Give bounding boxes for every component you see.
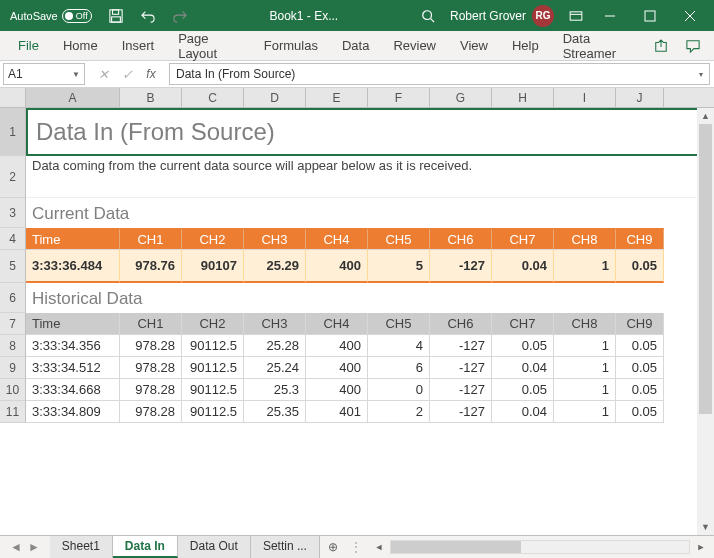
sheet-tab[interactable]: Data Out (178, 536, 251, 558)
section-label[interactable]: Current Data (26, 198, 711, 228)
scroll-down-icon[interactable]: ▼ (697, 519, 714, 535)
current-data-cell[interactable]: -127 (430, 250, 492, 283)
tab-file[interactable]: File (6, 32, 51, 59)
sheet-tab[interactable]: Settin ... (251, 536, 320, 558)
table-header[interactable]: CH7 (492, 313, 554, 335)
historical-data-cell[interactable]: 3:33:34.668 (26, 379, 120, 401)
historical-data-cell[interactable]: 0.05 (616, 335, 664, 357)
col-header[interactable]: D (244, 88, 306, 107)
section-label[interactable]: Historical Data (26, 283, 711, 313)
col-header[interactable]: C (182, 88, 244, 107)
historical-data-cell[interactable]: 3:33:34.809 (26, 401, 120, 423)
table-header[interactable]: CH1 (120, 228, 182, 250)
historical-data-cell[interactable]: 1 (554, 335, 616, 357)
historical-data-cell[interactable]: 25.24 (244, 357, 306, 379)
undo-icon[interactable] (134, 2, 162, 30)
table-header[interactable]: CH7 (492, 228, 554, 250)
historical-data-cell[interactable]: 0.05 (616, 357, 664, 379)
save-icon[interactable] (102, 2, 130, 30)
historical-data-cell[interactable]: 25.28 (244, 335, 306, 357)
table-header[interactable]: CH3 (244, 313, 306, 335)
tab-datastreamer[interactable]: Data Streamer (551, 25, 646, 67)
title-cell[interactable]: Data In (From Source) (26, 108, 711, 156)
row-header[interactable]: 5 (0, 250, 26, 283)
historical-data-cell[interactable]: 400 (306, 379, 368, 401)
select-all-corner[interactable] (0, 88, 26, 107)
table-header[interactable]: CH6 (430, 228, 492, 250)
current-data-cell[interactable]: 0.04 (492, 250, 554, 283)
current-data-cell[interactable]: 3:33:36.484 (26, 250, 120, 283)
historical-data-cell[interactable]: 90112.5 (182, 357, 244, 379)
enter-formula-icon[interactable]: ✓ (115, 63, 139, 85)
current-data-cell[interactable]: 1 (554, 250, 616, 283)
tab-review[interactable]: Review (381, 32, 448, 59)
scroll-right-icon[interactable]: ► (694, 540, 708, 554)
table-header[interactable]: CH6 (430, 313, 492, 335)
row-header[interactable]: 11 (0, 401, 26, 423)
expand-formula-icon[interactable]: ▾ (699, 70, 703, 79)
col-header[interactable]: B (120, 88, 182, 107)
historical-data-cell[interactable]: 1 (554, 379, 616, 401)
tab-help[interactable]: Help (500, 32, 551, 59)
historical-data-cell[interactable]: -127 (430, 379, 492, 401)
col-header[interactable]: E (306, 88, 368, 107)
historical-data-cell[interactable]: 1 (554, 357, 616, 379)
tab-data[interactable]: Data (330, 32, 381, 59)
horizontal-scrollbar[interactable] (390, 540, 690, 554)
table-header[interactable]: Time (26, 228, 120, 250)
scroll-left-icon[interactable]: ◄ (372, 540, 386, 554)
historical-data-cell[interactable]: 978.28 (120, 357, 182, 379)
cancel-formula-icon[interactable]: ✕ (91, 63, 115, 85)
row-header[interactable]: 4 (0, 228, 26, 250)
table-header[interactable]: CH2 (182, 313, 244, 335)
table-header[interactable]: CH5 (368, 228, 430, 250)
col-header[interactable]: A (26, 88, 120, 107)
historical-data-cell[interactable]: 0.05 (616, 379, 664, 401)
row-header[interactable]: 2 (0, 156, 26, 198)
row-header[interactable]: 10 (0, 379, 26, 401)
historical-data-cell[interactable]: -127 (430, 357, 492, 379)
tab-view[interactable]: View (448, 32, 500, 59)
historical-data-cell[interactable]: 25.35 (244, 401, 306, 423)
historical-data-cell[interactable]: 0.04 (492, 357, 554, 379)
table-header[interactable]: CH8 (554, 313, 616, 335)
table-header[interactable]: CH3 (244, 228, 306, 250)
historical-data-cell[interactable]: -127 (430, 401, 492, 423)
table-header[interactable]: CH4 (306, 228, 368, 250)
tab-formulas[interactable]: Formulas (252, 32, 330, 59)
historical-data-cell[interactable]: 3:33:34.356 (26, 335, 120, 357)
historical-data-cell[interactable]: 1 (554, 401, 616, 423)
col-header[interactable]: G (430, 88, 492, 107)
historical-data-cell[interactable]: 400 (306, 335, 368, 357)
current-data-cell[interactable]: 25.29 (244, 250, 306, 283)
historical-data-cell[interactable]: 978.28 (120, 335, 182, 357)
tab-home[interactable]: Home (51, 32, 110, 59)
historical-data-cell[interactable]: 0.05 (492, 335, 554, 357)
current-data-cell[interactable]: 5 (368, 250, 430, 283)
sheet-tab[interactable]: Data In (113, 536, 178, 558)
historical-data-cell[interactable]: 0.05 (492, 379, 554, 401)
historical-data-cell[interactable]: 400 (306, 357, 368, 379)
row-header[interactable]: 9 (0, 357, 26, 379)
historical-data-cell[interactable]: 978.28 (120, 379, 182, 401)
historical-data-cell[interactable]: 978.28 (120, 401, 182, 423)
user-account[interactable]: Robert Grover RG (442, 5, 562, 27)
historical-data-cell[interactable]: 6 (368, 357, 430, 379)
table-header[interactable]: CH5 (368, 313, 430, 335)
autosave-toggle[interactable]: AutoSave Off (4, 7, 98, 25)
sheet-tab[interactable]: Sheet1 (50, 536, 113, 558)
row-header[interactable]: 1 (0, 108, 26, 156)
historical-data-cell[interactable]: 90112.5 (182, 335, 244, 357)
table-header[interactable]: CH9 (616, 228, 664, 250)
subtitle-cell[interactable]: Data coming from the current data source… (26, 156, 711, 198)
sheet-nav-next[interactable]: ► (28, 540, 40, 554)
historical-data-cell[interactable]: 2 (368, 401, 430, 423)
current-data-cell[interactable]: 400 (306, 250, 368, 283)
formula-input[interactable]: Data In (From Source) ▾ (169, 63, 710, 85)
table-header[interactable]: CH8 (554, 228, 616, 250)
table-header[interactable]: Time (26, 313, 120, 335)
table-header[interactable]: CH2 (182, 228, 244, 250)
table-header[interactable]: CH4 (306, 313, 368, 335)
close-button[interactable] (670, 2, 710, 30)
search-icon[interactable] (414, 2, 442, 30)
